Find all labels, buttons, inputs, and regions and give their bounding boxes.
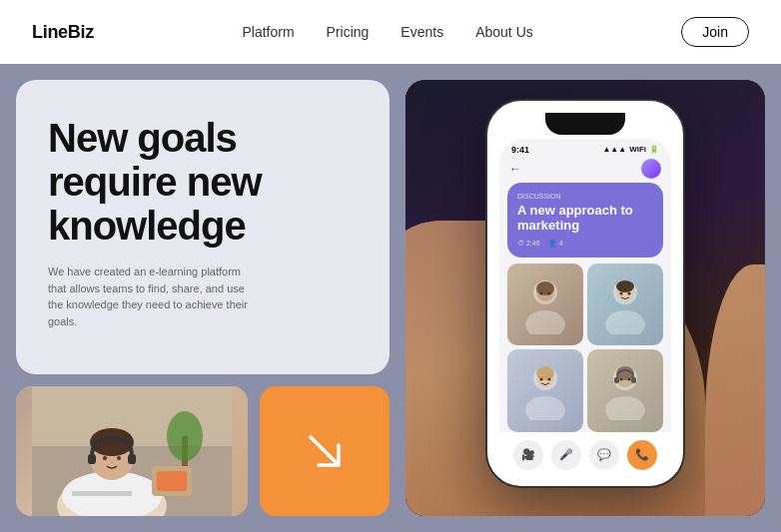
participant-2 <box>600 274 650 334</box>
signal-icon: ▲▲▲ <box>602 145 626 154</box>
mic-button[interactable]: 🎤 <box>551 440 581 470</box>
chat-button[interactable]: 💬 <box>589 440 619 470</box>
nav-item-pricing[interactable]: Pricing <box>327 23 370 41</box>
main-content: New goals require new knowledge We have … <box>0 64 781 532</box>
meta-duration: ⏱ 2:46 <box>517 240 540 248</box>
phone-button[interactable]: 📞 <box>627 440 657 470</box>
svg-point-26 <box>620 291 623 294</box>
svg-rect-41 <box>631 377 636 383</box>
nav-link-pricing[interactable]: Pricing <box>327 24 370 40</box>
participant-1 <box>520 274 570 334</box>
svg-point-25 <box>616 280 634 292</box>
svg-point-38 <box>620 378 623 381</box>
hero-description: We have created an e-learning platform t… <box>48 264 248 329</box>
navbar: LineBiz Platform Pricing Events About Us… <box>0 0 781 64</box>
phone-wrapper: 9:41 ▲▲▲ WiFi 🔋 ← Discussi <box>485 99 685 488</box>
video-cell-4 <box>587 349 663 431</box>
svg-point-39 <box>628 378 631 381</box>
meta-count: 👤 4 <box>548 240 563 248</box>
right-panel: 9:41 ▲▲▲ WiFi 🔋 ← Discussi <box>405 80 765 516</box>
video-cell-1 <box>507 264 583 345</box>
phone-back-row: ← <box>499 157 671 183</box>
svg-point-29 <box>525 396 565 420</box>
image-card-inner <box>16 386 248 516</box>
join-button[interactable]: Join <box>681 17 749 47</box>
nav-item-platform[interactable]: Platform <box>242 23 294 41</box>
battery-icon: 🔋 <box>649 145 659 154</box>
participant-4 <box>600 360 650 420</box>
image-card <box>16 386 248 516</box>
left-panel: New goals require new knowledge We have … <box>16 80 390 516</box>
bottom-row <box>16 386 390 516</box>
svg-point-20 <box>540 291 543 294</box>
person-illustration <box>16 386 248 516</box>
svg-rect-6 <box>88 454 96 464</box>
arrow-icon <box>297 423 353 479</box>
svg-point-31 <box>536 366 554 380</box>
people-icon: 👤 <box>548 240 557 248</box>
nav-item-aboutus[interactable]: About Us <box>475 23 533 41</box>
svg-point-33 <box>548 378 551 381</box>
video-cell-3 <box>507 349 583 431</box>
hero-title: New goals require new knowledge <box>48 116 358 248</box>
svg-point-17 <box>525 310 565 334</box>
user-avatar <box>641 159 661 179</box>
svg-point-35 <box>605 396 645 420</box>
svg-line-15 <box>311 437 339 465</box>
camera-button[interactable]: 🎥 <box>513 440 543 470</box>
phone: 9:41 ▲▲▲ WiFi 🔋 ← Discussi <box>485 99 685 488</box>
status-icons: ▲▲▲ WiFi 🔋 <box>602 145 659 154</box>
nav-links: Platform Pricing Events About Us <box>242 23 532 41</box>
wifi-icon: WiFi <box>629 145 646 154</box>
svg-rect-40 <box>614 377 619 383</box>
discussion-meta: ⏱ 2:46 👤 4 <box>517 240 653 248</box>
svg-point-8 <box>103 456 107 460</box>
discussion-card: Discussion A new approach to marketing ⏱… <box>507 183 663 258</box>
back-arrow-icon[interactable]: ← <box>509 162 521 176</box>
hero-card: New goals require new knowledge We have … <box>16 80 390 374</box>
phone-screen: 9:41 ▲▲▲ WiFi 🔋 ← Discussi <box>499 139 671 478</box>
nav-link-aboutus[interactable]: About Us <box>475 24 533 40</box>
discussion-title: A new approach to marketing <box>517 203 653 234</box>
svg-point-11 <box>167 411 203 461</box>
phone-status-bar: 9:41 ▲▲▲ WiFi 🔋 <box>499 139 671 157</box>
participant-3 <box>520 360 570 420</box>
phone-time: 9:41 <box>511 145 529 155</box>
logo: LineBiz <box>32 22 94 43</box>
discussion-tag: Discussion <box>517 193 653 200</box>
svg-point-9 <box>117 456 121 460</box>
nav-link-platform[interactable]: Platform <box>242 24 294 40</box>
clock-icon: ⏱ <box>517 240 524 247</box>
phone-notch <box>545 113 625 135</box>
phone-controls: 🎥 🎤 💬 📞 <box>499 432 671 478</box>
video-cell-2 <box>587 264 663 345</box>
nav-link-events[interactable]: Events <box>400 24 443 40</box>
svg-point-19 <box>536 281 554 295</box>
svg-rect-14 <box>72 491 132 496</box>
arrow-svg <box>297 423 353 479</box>
nav-item-events[interactable]: Events <box>400 23 443 41</box>
svg-point-32 <box>540 378 543 381</box>
svg-rect-7 <box>128 454 136 464</box>
svg-point-27 <box>628 291 631 294</box>
svg-point-23 <box>605 310 645 334</box>
svg-rect-13 <box>157 471 187 491</box>
video-grid <box>507 264 663 432</box>
arrow-card[interactable] <box>260 386 390 516</box>
svg-point-21 <box>548 291 551 294</box>
